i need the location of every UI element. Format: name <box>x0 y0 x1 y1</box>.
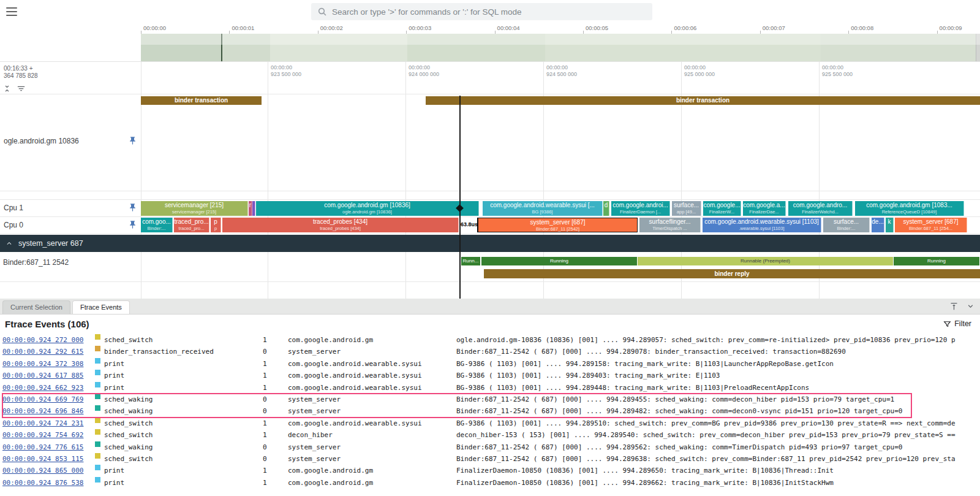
cpu-slice[interactable]: k <box>886 218 894 232</box>
cpu-slice[interactable]: com.google.android.gm [10836]ogle.androi… <box>256 201 479 216</box>
cpu-slice[interactable]: com.google.andro...FinalizerWatchd... <box>788 201 853 216</box>
slice-sublabel: ReferenceQueueD [10849] <box>855 209 963 215</box>
binder-transaction-slice[interactable]: binder transaction <box>141 96 262 105</box>
table-row[interactable]: 00:00:00.924 292 615binder_transaction_r… <box>0 346 980 357</box>
thread-state-slice[interactable]: Running <box>894 257 980 265</box>
thread-state-slice[interactable]: Running <box>481 257 638 265</box>
cpu-slice[interactable]: system_server [687]Binder:687_11 [254... <box>895 218 967 232</box>
slice-sublabel: FinalizerWatchd... <box>788 209 852 215</box>
slice-label: com.google.androi... <box>611 201 669 209</box>
offset-ns: 364 785 828 <box>4 72 38 80</box>
separator <box>0 281 980 282</box>
event-color-chip <box>95 346 100 351</box>
table-row[interactable]: 00:00:00.924 754 692sched_switch1decon_h… <box>0 429 980 441</box>
slice-label: r <box>249 201 252 209</box>
timestamp-link[interactable]: 00:00:00.924 776 615 <box>2 441 83 453</box>
table-row[interactable]: 00:00:00.924 669 769sched_waking0system_… <box>0 394 980 405</box>
cpu-slice[interactable]: com.google.android.wearable.sysui [1103]… <box>703 218 821 232</box>
slice-label: traced_probes [434] <box>222 218 458 226</box>
cpu-slice[interactable] <box>252 201 255 216</box>
grid-time: 00:00:00 <box>546 64 577 71</box>
table-row[interactable]: 00:00:00.924 662 923print1com.google.and… <box>0 382 980 394</box>
track-filter-icon[interactable] <box>17 84 26 93</box>
timestamp-link[interactable]: 00:00:00.924 617 885 <box>2 370 83 381</box>
process-name: system_server <box>288 346 341 357</box>
grid-time: 00:00:00 <box>684 64 715 71</box>
cpu-slice[interactable]: pp <box>211 218 221 232</box>
timestamp-link[interactable]: 00:00:00.924 292 615 <box>2 346 83 357</box>
slice-label: com.google.android.gm [1083... <box>855 201 963 209</box>
grid-time: 00:00:00 <box>409 64 439 71</box>
menu-icon[interactable] <box>6 7 17 16</box>
cpu-slice[interactable]: system_server [687]Binder:687_11 [2542] <box>478 218 638 232</box>
event-name: sched_switch <box>104 429 153 441</box>
track-label-process[interactable]: ogle.android.gm 10836 <box>4 137 79 145</box>
cpu-slice[interactable]: servicemanager [215]servicemanager [215] <box>141 201 248 216</box>
track-label-cpu1[interactable]: Cpu 1 <box>4 204 23 212</box>
filter-button[interactable]: Filter <box>943 319 971 328</box>
time-measurement[interactable]: 63.8us <box>460 218 478 232</box>
cpu-slice[interactable]: d <box>603 201 609 216</box>
timestamp-link[interactable]: 00:00:00.924 372 308 <box>2 358 83 370</box>
table-row[interactable]: 00:00:00.924 724 231sched_switch1com.goo… <box>0 418 980 429</box>
timestamp-link[interactable]: 00:00:00.924 754 692 <box>2 429 83 441</box>
cpu-slice[interactable]: com.goo...Binder:... <box>141 218 173 232</box>
table-row[interactable]: 00:00:00.924 865 000print1com.google.and… <box>0 465 980 476</box>
table-row[interactable]: 00:00:00.924 617 885print1com.google.and… <box>0 370 980 381</box>
timestamp-link[interactable]: 00:00:00.924 724 231 <box>2 418 83 429</box>
ruler-tick-label: 00:00:00 <box>143 25 166 31</box>
binder-transaction-slice[interactable]: binder transaction <box>426 96 980 105</box>
cpu-slice[interactable]: traced_pro...traced_pro... <box>174 218 209 232</box>
collapse-group-icon[interactable] <box>5 239 13 248</box>
track-label-binder-thread[interactable]: Binder:687_11 2542 <box>3 258 69 267</box>
cpu-slice[interactable]: surface...app [49... <box>672 201 701 216</box>
cpu-slice[interactable]: com.google.android.wearable.sysui [...BG… <box>483 201 603 216</box>
cpu-slice[interactable]: surfaceflinger...TimerDispatch ... <box>639 218 701 232</box>
pin-icon[interactable] <box>128 203 137 212</box>
collapse-tracks-icon[interactable] <box>2 84 12 93</box>
table-row[interactable]: 00:00:00.924 776 615sched_waking0system_… <box>0 441 980 453</box>
table-row[interactable]: 00:00:00.924 272 000sched_switch1com.goo… <box>0 334 980 346</box>
timestamp-link[interactable]: 00:00:00.924 865 000 <box>2 465 83 476</box>
tab-ftrace-events[interactable]: Ftrace Events <box>72 300 130 314</box>
grid-time-label: 00:00:00924 500 000 <box>546 64 577 78</box>
timestamp-link[interactable]: 00:00:00.924 696 846 <box>2 405 83 417</box>
timestamp-link[interactable]: 00:00:00.924 272 000 <box>2 334 83 346</box>
pin-icon[interactable] <box>128 220 137 229</box>
cpu-number: 1 <box>263 465 267 476</box>
timestamp-link[interactable]: 00:00:00.924 669 769 <box>2 394 83 405</box>
cpu-slice[interactable]: com.google.androi...FinalizerDaemon [... <box>611 201 670 216</box>
table-row[interactable]: 00:00:00.924 696 846sched_waking0system_… <box>0 405 980 417</box>
table-row[interactable]: 00:00:00.924 853 115sched_switch0system_… <box>0 453 980 465</box>
event-args: BG-9386 ( 1103) [001] .... 994.289403: t… <box>456 370 978 381</box>
bottom-panel: Current Selection Ftrace Events Ftrace E… <box>0 299 980 496</box>
timestamp-link[interactable]: 00:00:00.924 662 923 <box>2 382 83 394</box>
cpu-slice[interactable]: de... <box>872 218 884 232</box>
ruler-tick-label: 00:00:05 <box>586 25 608 31</box>
timestamp-link[interactable]: 00:00:00.924 853 115 <box>2 453 83 465</box>
event-name: print <box>104 465 124 476</box>
minimap[interactable] <box>141 34 980 61</box>
cpu-slice[interactable]: com.google.a...FinalizerDae... <box>743 201 786 216</box>
search-input[interactable] <box>332 7 646 17</box>
binder-reply-slice[interactable]: binder reply <box>484 269 980 278</box>
search-box[interactable] <box>311 3 652 20</box>
cpu-slice[interactable]: surface...Binder:... <box>823 218 870 232</box>
thread-state-slice[interactable]: Runn... <box>461 257 481 265</box>
process-name: com.google.android.gm <box>288 334 373 346</box>
process-name: com.google.android.gm <box>288 465 373 476</box>
pin-icon[interactable] <box>128 136 137 145</box>
tab-current-selection[interactable]: Current Selection <box>2 300 70 314</box>
group-header-system-server[interactable]: system_server 687 <box>0 235 980 252</box>
thread-state-slice[interactable]: Runnable (Preempted) <box>638 257 894 265</box>
table-row[interactable]: 00:00:00.924 372 308print1com.google.and… <box>0 358 980 370</box>
table-row[interactable]: 00:00:00.924 876 538print1com.google.and… <box>0 477 980 489</box>
track-label-cpu0[interactable]: Cpu 0 <box>4 221 23 229</box>
cpu-slice[interactable]: com.google.android.gm [1083...ReferenceQ… <box>855 201 964 216</box>
cpu-slice[interactable]: traced_probes [434]traced_probes [434] <box>222 218 459 232</box>
panel-title-row: Ftrace Events (106) Filter <box>0 315 980 334</box>
dock-top-icon[interactable] <box>949 302 959 311</box>
timestamp-link[interactable]: 00:00:00.924 876 538 <box>2 477 83 489</box>
cpu-slice[interactable]: com.google...FinalizerW... <box>703 201 741 216</box>
panel-collapse-icon[interactable] <box>966 302 975 311</box>
